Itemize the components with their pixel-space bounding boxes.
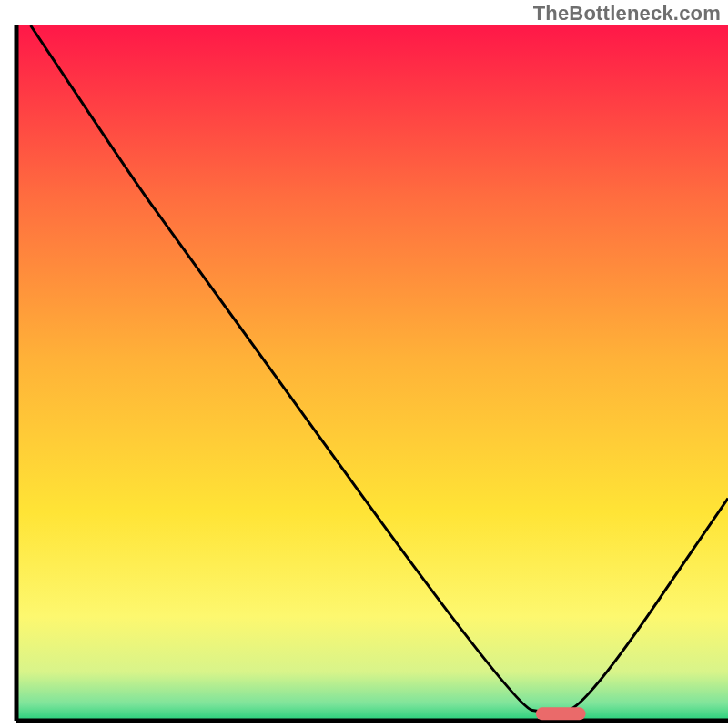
optimal-range-marker [536, 707, 586, 720]
bottleneck-chart [0, 0, 728, 728]
chart-container: TheBottleneck.com [0, 0, 728, 728]
plot-background [16, 25, 728, 721]
